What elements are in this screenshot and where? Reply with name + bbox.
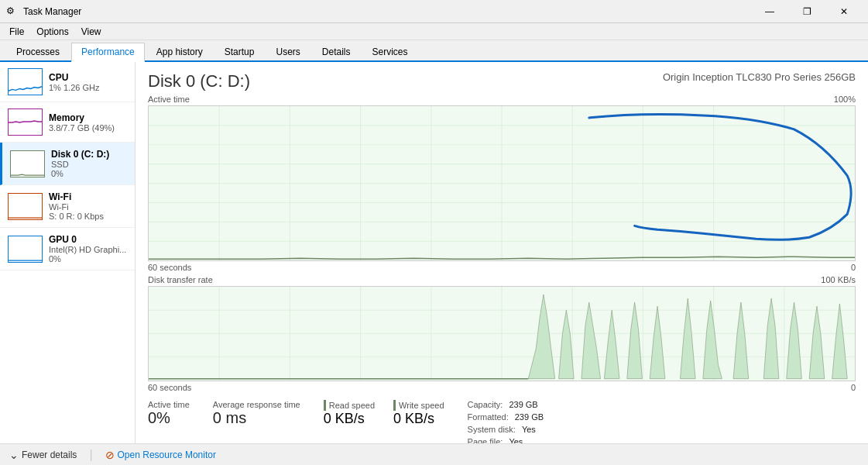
main-content: CPU 1% 1.26 GHz Memory 3.8/7.7 GB (49%): [0, 62, 868, 443]
stats-bar: Active time 0% Average response time 0 m…: [148, 392, 856, 443]
charts-container: Active time 100%: [148, 95, 856, 392]
detail-header: Disk 0 (C: D:) Origin Inception TLC830 P…: [148, 71, 856, 91]
gpu0-type: Intel(R) HD Graphi...: [49, 245, 127, 254]
app-title: Task Manager: [23, 6, 752, 17]
formatted-label: Formatted:: [468, 412, 509, 422]
disk0-type: SSD: [51, 160, 127, 169]
restore-button[interactable]: ❐: [789, 0, 825, 23]
tab-performance[interactable]: Performance: [71, 43, 145, 62]
cpu-info: CPU 1% 1.26 GHz: [49, 72, 127, 92]
capacity-label: Capacity:: [468, 400, 503, 409]
fewer-details-button[interactable]: ⌄ Fewer details: [9, 449, 77, 461]
avg-response-label: Average response time: [213, 400, 300, 409]
gpu0-val: 0%: [49, 254, 127, 264]
tab-services[interactable]: Services: [362, 43, 418, 60]
avg-response-stat: Average response time 0 ms: [213, 400, 300, 443]
tab-startup[interactable]: Startup: [214, 43, 265, 60]
active-time-label-row: Active time 100%: [148, 95, 856, 104]
footer: ⌄ Fewer details | ⊘ Open Resource Monito…: [0, 443, 868, 465]
active-time-stat-label: Active time: [148, 400, 190, 409]
transfer-rate-chart: [148, 286, 856, 381]
svg-rect-0: [9, 69, 42, 95]
detail-subtitle: Origin Inception TLC830 Pro Series 256GB: [663, 71, 856, 83]
read-speed-label: Read speed: [324, 400, 375, 411]
menu-file[interactable]: File: [3, 25, 30, 39]
transfer-rate-max: 100 KB/s: [821, 275, 856, 284]
active-time-0: 0: [851, 263, 856, 272]
window-controls: — ❐ ✕: [752, 0, 862, 23]
active-time-label: Active time: [148, 95, 190, 104]
page-file-row: Page file: Yes: [468, 437, 544, 443]
disk0-name: Disk 0 (C: D:): [51, 149, 127, 160]
title-bar: ⚙ Task Manager — ❐ ✕: [0, 0, 868, 23]
wifi-info: Wi-Fi Wi-Fi S: 0 R: 0 Kbps: [49, 191, 127, 221]
wifi-type: Wi-Fi: [49, 202, 127, 212]
warning-icon: ⊘: [105, 449, 115, 461]
memory-name: Memory: [49, 112, 127, 123]
cpu-stats: 1% 1.26 GHz: [49, 83, 127, 92]
active-time-time-labels: 60 seconds 0: [148, 263, 856, 272]
capacity-row: Capacity: 239 GB: [468, 400, 544, 409]
detail-title: Disk 0 (C: D:): [148, 71, 250, 91]
menu-bar: File Options View: [0, 23, 868, 40]
fewer-details-label: Fewer details: [22, 450, 77, 460]
transfer-rate-section: Disk transfer rate 100 KB/s: [148, 275, 856, 392]
read-bar: [324, 400, 326, 411]
read-speed-stat: Read speed 0 KB/s: [324, 400, 375, 443]
tab-details[interactable]: Details: [312, 43, 361, 60]
tab-processes[interactable]: Processes: [6, 43, 70, 60]
memory-info: Memory 3.8/7.7 GB (49%): [49, 112, 127, 133]
disk-info-stats: Capacity: 239 GB Formatted: 239 GB Syste…: [468, 400, 544, 443]
cpu-mini-graph: [8, 68, 43, 95]
write-bar: [393, 400, 396, 411]
read-speed-value: 0 KB/s: [324, 411, 375, 427]
cpu-name: CPU: [49, 72, 127, 83]
transfer-label-row: Disk transfer rate 100 KB/s: [148, 275, 856, 284]
transfer-rate-label: Disk transfer rate: [148, 275, 213, 284]
detail-area: Disk 0 (C: D:) Origin Inception TLC830 P…: [136, 62, 868, 443]
transfer-60s: 60 seconds: [148, 383, 191, 392]
sidebar-item-disk0[interactable]: Disk 0 (C: D:) SSD 0%: [0, 143, 135, 185]
wifi-val: S: 0 R: 0 Kbps: [49, 212, 127, 221]
divider: |: [89, 448, 92, 462]
chevron-down-icon: ⌄: [9, 449, 19, 461]
gpu0-name: GPU 0: [49, 234, 127, 245]
memory-mini-graph: [8, 108, 43, 136]
page-file-label: Page file:: [468, 437, 503, 443]
minimize-button[interactable]: —: [752, 0, 787, 23]
menu-view[interactable]: View: [75, 25, 108, 39]
transfer-0: 0: [851, 383, 856, 392]
disk0-info: Disk 0 (C: D:) SSD 0%: [51, 149, 127, 178]
close-button[interactable]: ✕: [826, 0, 862, 23]
disk-mini-graph: [10, 150, 45, 177]
active-time-stat: Active time 0%: [148, 400, 190, 443]
sidebar: CPU 1% 1.26 GHz Memory 3.8/7.7 GB (49%): [0, 62, 136, 443]
open-resource-monitor-button[interactable]: ⊘ Open Resource Monitor: [105, 449, 216, 461]
app-icon: ⚙: [6, 5, 19, 18]
system-disk-label: System disk:: [468, 425, 516, 434]
active-time-60s: 60 seconds: [148, 263, 191, 272]
avg-response-value: 0 ms: [213, 409, 300, 427]
svg-rect-3: [9, 194, 42, 219]
tab-users[interactable]: Users: [266, 43, 310, 60]
wifi-mini-graph: [8, 193, 43, 220]
formatted-row: Formatted: 239 GB: [468, 412, 544, 422]
transfer-time-labels: 60 seconds 0: [148, 383, 856, 392]
page-file-value: Yes: [509, 437, 523, 443]
read-write-stats: Read speed 0 KB/s Write speed 0 KB/s: [324, 400, 444, 443]
menu-options[interactable]: Options: [30, 25, 74, 39]
sidebar-item-wifi[interactable]: Wi-Fi Wi-Fi S: 0 R: 0 Kbps: [0, 185, 135, 228]
write-speed-label: Write speed: [393, 400, 444, 411]
tab-app-history[interactable]: App history: [146, 43, 213, 60]
write-speed-value: 0 KB/s: [393, 411, 444, 427]
active-time-stat-value: 0%: [148, 409, 190, 427]
sidebar-item-gpu0[interactable]: GPU 0 Intel(R) HD Graphi... 0%: [0, 228, 135, 270]
system-disk-row: System disk: Yes: [468, 425, 544, 434]
sidebar-item-memory[interactable]: Memory 3.8/7.7 GB (49%): [0, 102, 135, 143]
system-disk-value: Yes: [522, 425, 536, 434]
svg-rect-2: [11, 151, 44, 177]
gpu-mini-graph: [8, 236, 43, 263]
tab-bar: Processes Performance App history Startu…: [0, 40, 868, 62]
sidebar-item-cpu[interactable]: CPU 1% 1.26 GHz: [0, 62, 135, 102]
gpu0-info: GPU 0 Intel(R) HD Graphi... 0%: [49, 234, 127, 264]
